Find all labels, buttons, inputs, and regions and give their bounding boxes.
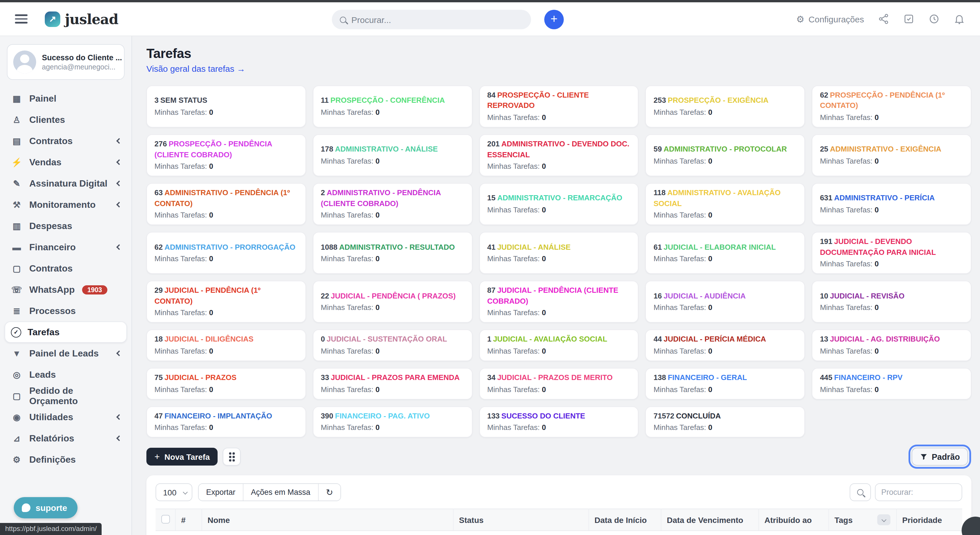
column-status[interactable]: Status [453, 509, 589, 531]
status-card[interactable]: 133SUCESSO DO CLIENTE Minhas Tarefas: 0 [479, 406, 639, 438]
global-search-input[interactable]: Procurar... [332, 10, 531, 29]
tasks-check-icon[interactable] [903, 13, 915, 25]
sidebar-item-painel-de-leads[interactable]: ▼ Painel de Leads [0, 343, 132, 364]
table-row[interactable]: 65825 Benefício Concedido FINANCEIRO - I… [156, 531, 962, 535]
status-card[interactable]: 1JUDICIAL - AVALIAÇÃO SOCIAL Minhas Tare… [479, 330, 639, 361]
support-button[interactable]: suporte [14, 497, 78, 518]
status-card[interactable]: 276PROSPECÇÃO - PENDÊNCIA (CLIENTE COBRA… [146, 134, 306, 176]
sidebar-item-contratos[interactable]: ▤ Contratos [0, 130, 132, 151]
status-card[interactable]: 118ADMINISTRATIVO - AVALIAÇÃO SOCIAL Min… [646, 183, 805, 225]
brand-logo[interactable]: ↗ juslead [45, 11, 118, 27]
status-card[interactable]: 1088ADMINISTRATIVO - RESULTADO Minhas Ta… [313, 232, 473, 274]
status-card[interactable]: 16JUDICIAL - AUDIÊNCIA Minhas Tarefas: 0 [646, 281, 805, 323]
sidebar-item-despesas[interactable]: ▥ Despesas [0, 215, 132, 237]
sidebar-item-utilidades[interactable]: ◉ Utilidades [0, 406, 132, 428]
status-card[interactable]: 191JUDICIAL - DEVENDO DOCUMENTAÇÃO PARA … [812, 232, 971, 274]
status-card[interactable]: 631ADMINISTRATIVO - PERÍCIA Minhas Taref… [812, 183, 971, 225]
sidebar-item-definicoes[interactable]: ⚙ Definições [0, 449, 132, 470]
status-card[interactable]: 41JUDICIAL - ANÁLISE Minhas Tarefas: 0 [479, 232, 639, 274]
status-card[interactable]: 63ADMINISTRATIVO - PENDÊNCIA (1º CONTATO… [146, 183, 306, 225]
sidebar-item-whatsapp[interactable]: ☏ WhatsApp 1903 [0, 279, 132, 300]
status-card[interactable]: 0JUDICIAL - SUSTENTAÇÃO ORAL Minhas Tare… [313, 330, 473, 361]
user-profile-card[interactable]: Sucesso do Cliente ... agencia@meunegoci… [7, 44, 124, 80]
share-icon[interactable] [878, 13, 889, 25]
sidebar-item-tarefas[interactable]: ✓ Tarefas [5, 322, 127, 343]
status-card[interactable]: 15ADMINISTRATIVO - REMARCAÇÃO Minhas Tar… [479, 183, 639, 225]
export-button[interactable]: Exportar [199, 484, 243, 501]
status-card[interactable]: 201ADMINISTRATIVO - DEVENDO DOC. ESSENCI… [479, 134, 639, 176]
status-card[interactable]: 84PROSPECÇÃO - CLIENTE REPROVADO Minhas … [479, 86, 639, 127]
status-card[interactable]: 62PROSPECÇÃO - PENDÊNCIA (1º CONTATO) Mi… [812, 86, 971, 127]
sidebar-item-contratos-2[interactable]: ▢ Contratos [0, 258, 132, 279]
column-priority[interactable]: Prioridade [896, 509, 962, 531]
column-id[interactable]: # [175, 509, 202, 531]
sidebar-item-financeiro[interactable]: ▬ Financeiro [0, 237, 132, 258]
tasks-overview-link[interactable]: Visão geral das tarefas → [146, 64, 245, 73]
my-tasks-label: Minhas Tarefas: [321, 254, 374, 263]
column-due-date[interactable]: Data de Vencimento [661, 509, 758, 531]
status-card[interactable]: 47FINANCEIRO - IMPLANTAÇÃO Minhas Tarefa… [146, 406, 306, 438]
hamburger-menu-icon[interactable] [15, 14, 27, 23]
sidebar-item-pedido-de-orcamento[interactable]: ▢ Pedido de Orçamento [0, 385, 132, 406]
view-layout-button[interactable] [223, 448, 241, 466]
status-card[interactable]: 22JUDICIAL - PENDÊNCIA ( PRAZOS) Minhas … [313, 281, 473, 323]
status-count: 62 [820, 91, 828, 99]
table-search-input[interactable] [875, 484, 962, 502]
bell-icon[interactable] [954, 13, 965, 25]
column-name[interactable]: Nome [202, 509, 453, 531]
status-card[interactable]: 390FINANCEIRO - PAG. ATIVO Minhas Tarefa… [313, 406, 473, 438]
status-card[interactable]: 253PROSPECÇÃO - EXIGÊNCIA Minhas Tarefas… [646, 86, 805, 127]
sidebar-item-label: Leads [29, 369, 56, 380]
status-card[interactable]: 178ADMINISTRATIVO - ANÁLISE Minhas Taref… [313, 134, 473, 176]
refresh-button[interactable]: ↻ [318, 484, 340, 501]
filter-default-button[interactable]: Padrão [912, 448, 968, 466]
status-card[interactable]: 62ADMINISTRATIVO - PRORROGAÇÃO Minhas Ta… [146, 232, 306, 274]
status-card[interactable]: 75JUDICIAL - PRAZOS Minhas Tarefas: 0 [146, 368, 306, 399]
status-card[interactable]: 34JUDICIAL - PRAZOS DE MERITO Minhas Tar… [479, 368, 639, 399]
sidebar-item-vendas[interactable]: ⚡ Vendas [0, 151, 132, 173]
sidebar-item-monitoramento[interactable]: ⚒ Monitoramento [0, 194, 132, 215]
status-card[interactable]: 445FINANCEIRO - RPV Minhas Tarefas: 0 [812, 368, 971, 399]
sidebar-item-processos[interactable]: ≣ Processos [0, 300, 132, 322]
sidebar-item-clientes[interactable]: ♙ Clientes [0, 109, 132, 130]
sidebar-item-relatorios[interactable]: ⊿ Relatórios [0, 428, 132, 449]
status-card[interactable]: 44JUDICIAL - PERÍCIA MÉDICA Minhas Taref… [646, 330, 805, 361]
settings-button[interactable]: ⚙ Configurações [796, 13, 864, 24]
sidebar-item-assinatura-digital[interactable]: ✎ Assinatura Digital [0, 173, 132, 194]
bulk-actions-button[interactable]: Ações em Massa [243, 484, 318, 501]
status-card[interactable]: 3SEM STATUS Minhas Tarefas: 0 [146, 86, 306, 127]
signature-document-icon: ✎ [10, 178, 23, 189]
sidebar-item-painel[interactable]: ▦ Painel [0, 88, 132, 109]
column-tags[interactable]: Tags [829, 509, 896, 531]
status-card[interactable]: 87JUDICIAL - PENDÊNCIA (CLIENTE COBRADO)… [479, 281, 639, 323]
status-card[interactable]: 25ADMINISTRATIVO - EXIGÊNCIA Minhas Tare… [812, 134, 971, 176]
status-card[interactable]: 10JUDICIAL - REVISÃO Minhas Tarefas: 0 [812, 281, 971, 323]
tags-filter-dropdown[interactable] [877, 514, 890, 525]
quick-add-button[interactable]: + [544, 10, 564, 29]
status-card[interactable]: 18JUDICIAL - DILIGÊNCIAS Minhas Tarefas:… [146, 330, 306, 361]
select-all-header [156, 509, 175, 531]
clock-icon[interactable] [928, 13, 940, 25]
table-search-button[interactable] [850, 484, 871, 502]
status-card[interactable]: 2ADMINISTRATIVO - PENDÊNCIA (CLIENTE COB… [313, 183, 473, 225]
status-card[interactable]: 59ADMINISTRATIVO - PROTOCOLAR Minhas Tar… [646, 134, 805, 176]
status-card[interactable]: 11PROSPECÇÃO - CONFERÊNCIA Minhas Tarefa… [313, 86, 473, 127]
status-count: 276 [154, 140, 167, 148]
status-card[interactable]: 29JUDICIAL - PENDÊNCIA (1º CONTATO) Minh… [146, 281, 306, 323]
status-card[interactable]: 33JUDICIAL - PRAZOS PARA EMENDA Minhas T… [313, 368, 473, 399]
status-card[interactable]: 71572CONCLUÍDA Minhas Tarefas: 0 [646, 406, 805, 438]
status-card[interactable]: 138FINANCEIRO - GERAL Minhas Tarefas: 0 [646, 368, 805, 399]
page-size-select[interactable]: 100 [156, 484, 192, 502]
column-start-date[interactable]: Data de Início [589, 509, 661, 531]
sidebar-item-label: Painel [29, 93, 56, 103]
my-tasks-label: Minhas Tarefas: [487, 254, 540, 263]
my-tasks-value: 0 [542, 162, 546, 170]
my-tasks-value: 0 [375, 347, 380, 355]
status-card[interactable]: 13JUDICIAL - AG. DISTRIBUIÇÃO Minhas Tar… [812, 330, 971, 361]
column-assigned[interactable]: Atribuído ao [758, 509, 829, 531]
my-tasks-value: 0 [875, 385, 879, 393]
new-task-button[interactable]: + Nova Tarefa [146, 448, 218, 466]
select-all-checkbox[interactable] [161, 515, 170, 524]
sidebar-item-leads[interactable]: ◎ Leads [0, 364, 132, 385]
status-card[interactable]: 61JUDICIAL - ELABORAR INICIAL Minhas Tar… [646, 232, 805, 274]
